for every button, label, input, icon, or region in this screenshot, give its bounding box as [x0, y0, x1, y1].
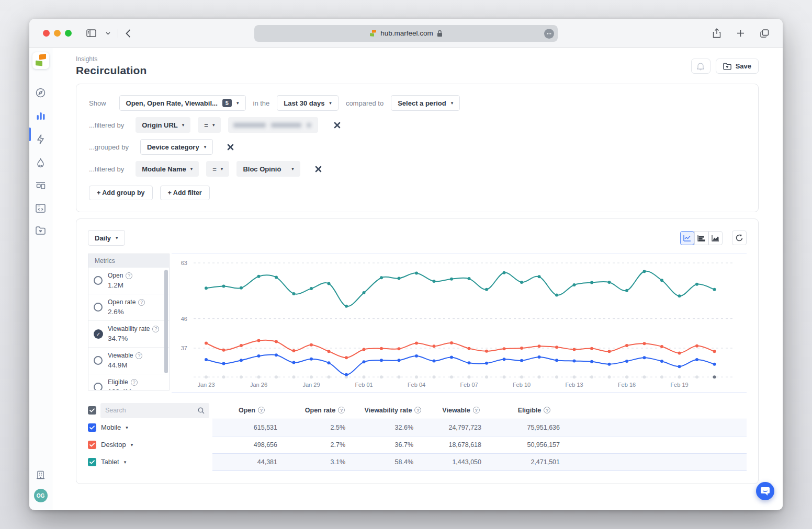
- help-icon[interactable]: ?: [136, 352, 142, 359]
- filter-value-redacted[interactable]: [228, 117, 318, 133]
- help-icon[interactable]: ?: [544, 407, 550, 413]
- sidebar-item-insights[interactable]: [36, 111, 46, 121]
- marfeel-logo[interactable]: [32, 52, 49, 69]
- compare-period-dropdown[interactable]: Select a period ▾: [391, 95, 460, 111]
- series-tablet: [205, 270, 716, 307]
- back-button[interactable]: [123, 27, 133, 40]
- refresh-icon[interactable]: [732, 231, 747, 245]
- metric-label: Viewable: [108, 352, 133, 359]
- sidebar-toggle-icon[interactable]: [84, 27, 98, 39]
- metric-radio[interactable]: [94, 383, 103, 390]
- sidebar-item-explore[interactable]: [36, 88, 46, 98]
- metric-value: 44.9M: [108, 361, 164, 369]
- add-filter-button[interactable]: + Add filter: [160, 186, 210, 200]
- metric-value: 2.6%: [108, 308, 164, 316]
- filter-operator-dropdown[interactable]: =▾: [198, 117, 221, 133]
- new-tab-icon[interactable]: [735, 27, 747, 39]
- select-all-checkbox[interactable]: [88, 406, 96, 415]
- chevron-down-icon[interactable]: ▾: [126, 425, 128, 430]
- user-avatar[interactable]: OG: [34, 489, 48, 502]
- help-icon[interactable]: ?: [126, 272, 132, 279]
- line-chart-toggle[interactable]: [680, 231, 694, 245]
- area-chart-toggle[interactable]: [708, 231, 723, 245]
- metric-item-viewable[interactable]: Viewable?44.9M: [88, 348, 169, 374]
- metric-item-eligible[interactable]: Eligible?129.4M: [88, 374, 169, 390]
- metric-radio[interactable]: [94, 303, 103, 312]
- help-icon[interactable]: ?: [131, 379, 138, 386]
- table-cell: 24,797,723: [427, 419, 495, 436]
- filter-value-dropdown[interactable]: Bloc Opinió▾: [236, 161, 300, 177]
- filter-operator-dropdown[interactable]: =▾: [206, 161, 229, 177]
- tab-overview-icon[interactable]: [758, 27, 771, 40]
- period-dropdown[interactable]: Last 30 days ▾: [277, 95, 339, 111]
- help-icon[interactable]: ?: [473, 407, 480, 413]
- table-cell: 75,951,636: [495, 419, 573, 436]
- group-by-dropdown[interactable]: Device category ▾: [140, 139, 213, 155]
- legend-item-desktop[interactable]: Desktop▾: [88, 436, 212, 453]
- save-button[interactable]: Save: [716, 59, 759, 74]
- table-cell: 2,471,501: [495, 453, 573, 470]
- url-text: hub.marfeel.com: [380, 29, 433, 37]
- help-icon[interactable]: ?: [152, 326, 159, 332]
- granularity-dropdown[interactable]: Daily ▾: [88, 230, 125, 246]
- device-checkbox[interactable]: [88, 423, 96, 432]
- search-input[interactable]: [105, 407, 198, 414]
- legend-item-mobile[interactable]: Mobile▾: [88, 419, 212, 436]
- metric-radio[interactable]: ✓: [94, 329, 103, 339]
- chart-type-toggle: [680, 231, 723, 245]
- metric-radio[interactable]: [94, 356, 103, 365]
- metrics-panel: Metrics Open?1.2MOpen rate?2.6%✓Viewabil…: [88, 254, 170, 390]
- remove-filter-icon[interactable]: [314, 165, 323, 174]
- legend-item-tablet[interactable]: Tablet▾: [88, 453, 212, 470]
- lock-icon: [437, 30, 443, 37]
- sidebar-item-trending[interactable]: [36, 158, 45, 168]
- filter-field-dropdown-module-name[interactable]: Module Name▾: [136, 161, 199, 177]
- device-name: Mobile: [101, 423, 121, 431]
- save-folder-icon: [723, 63, 731, 70]
- help-icon[interactable]: ?: [338, 407, 345, 413]
- remove-filter-icon[interactable]: [333, 121, 342, 130]
- organization-icon[interactable]: [36, 470, 45, 479]
- help-icon[interactable]: ?: [414, 407, 421, 413]
- sidebar-item-editorial[interactable]: [36, 204, 46, 213]
- add-group-by-button[interactable]: + Add group by: [89, 186, 153, 200]
- page-settings-icon[interactable]: [544, 29, 554, 39]
- table-cell: 18,678,618: [427, 436, 495, 453]
- chat-widget-button[interactable]: [756, 482, 774, 500]
- bar-chart-toggle[interactable]: [694, 231, 708, 245]
- device-name: Desktop: [101, 441, 126, 448]
- metric-item-open[interactable]: Open?1.2M: [88, 268, 169, 294]
- chevron-down-icon[interactable]: ▾: [131, 442, 133, 447]
- sidebar-item-boards[interactable]: [36, 181, 46, 190]
- help-icon[interactable]: ?: [138, 299, 145, 306]
- help-icon[interactable]: ?: [258, 407, 265, 413]
- device-checkbox[interactable]: [88, 441, 96, 449]
- metric-item-viewability-rate[interactable]: ✓Viewability rate?34.7%: [88, 321, 169, 348]
- sidebar-item-saved[interactable]: [36, 226, 46, 235]
- table-cell: 32.6%: [359, 419, 427, 436]
- device-checkbox[interactable]: [88, 458, 96, 466]
- metric-item-open-rate[interactable]: Open rate?2.6%: [88, 294, 169, 321]
- chevron-down-icon: ▾: [451, 100, 454, 106]
- metric-radio[interactable]: [94, 276, 103, 285]
- close-window-button[interactable]: [43, 30, 50, 37]
- metrics-scrollbar[interactable]: [164, 270, 168, 373]
- address-bar[interactable]: hub.marfeel.com: [254, 25, 558, 42]
- series-desktop: [205, 339, 716, 360]
- minimize-window-button[interactable]: [54, 30, 61, 37]
- chevron-down-icon[interactable]: ▾: [124, 459, 127, 465]
- timeseries-chart[interactable]: 634637Jan 23Jan 26Jan 29Feb 01Feb 04Feb …: [172, 254, 747, 393]
- svg-text:Jan 26: Jan 26: [250, 382, 267, 388]
- metrics-dropdown[interactable]: Open, Open Rate, Viewabil... 5 ▾: [119, 95, 246, 111]
- svg-text:Feb 19: Feb 19: [670, 382, 688, 388]
- notifications-bell-button[interactable]: [691, 59, 710, 74]
- table-row-desktop: 498,6562.7%36.7%18,678,61850,956,157: [212, 436, 747, 453]
- breadcrumb: Insights: [76, 55, 147, 63]
- sidebar-item-automations[interactable]: [36, 134, 45, 144]
- share-icon[interactable]: [710, 26, 723, 40]
- svg-text:Feb 16: Feb 16: [618, 382, 636, 388]
- toolbar-chevron-down-icon[interactable]: [104, 30, 112, 37]
- remove-group-icon[interactable]: [226, 143, 235, 152]
- filter-field-dropdown-origin-url[interactable]: Origin URL▾: [136, 117, 190, 133]
- zoom-window-button[interactable]: [65, 30, 72, 37]
